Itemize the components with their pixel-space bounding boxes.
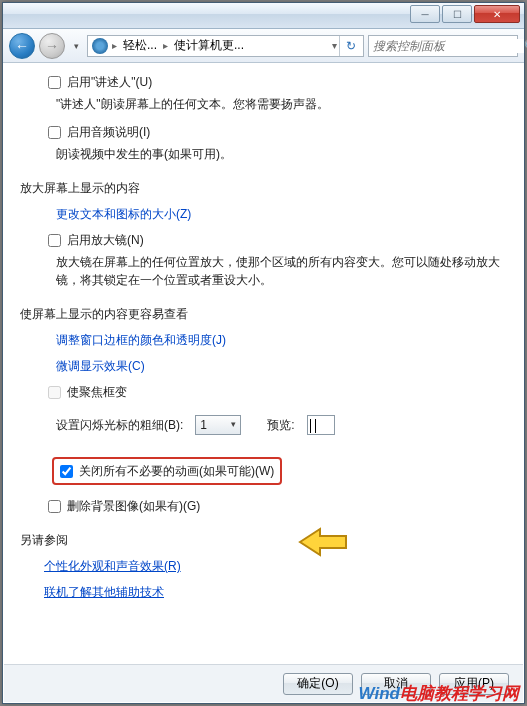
maximize-icon: ☐: [453, 9, 462, 20]
forward-button[interactable]: →: [39, 33, 65, 59]
cursor-width-value: 1: [200, 416, 207, 434]
link-display-effects[interactable]: 微调显示效果(C): [56, 357, 507, 375]
link-assistive-tech[interactable]: 联机了解其他辅助技术: [44, 583, 507, 601]
refresh-icon: ↻: [346, 39, 356, 53]
magnifier-desc: 放大镜在屏幕上的任何位置放大，使那个区域的所有内容变大。您可以随处移动放大镜，将…: [56, 253, 507, 289]
breadcrumb-arrow: ▸: [110, 40, 119, 51]
content-pane: 启用"讲述人"(U) "讲述人"朗读屏幕上的任何文本。您将需要扬声器。 启用音频…: [4, 65, 523, 663]
arrow-left-icon: ←: [15, 38, 29, 54]
minimize-button[interactable]: ─: [410, 5, 440, 23]
callout-arrow-icon: [298, 525, 348, 559]
preview-label: 预览:: [267, 416, 294, 434]
remove-bg-label: 删除背景图像(如果有)(G): [67, 497, 200, 515]
minimize-icon: ─: [421, 9, 428, 20]
narrator-row: 启用"讲述人"(U): [48, 73, 507, 91]
disable-animations-label: 关闭所有不必要的动画(如果可能)(W): [79, 462, 274, 480]
chevron-down-icon: ▾: [231, 418, 236, 432]
cursor-width-select[interactable]: 1 ▾: [195, 415, 241, 435]
watermark: Wind电脑教程学习网: [359, 682, 519, 705]
arrow-right-icon: →: [45, 38, 59, 54]
narrator-label: 启用"讲述人"(U): [67, 73, 152, 91]
search-box[interactable]: 🔍: [368, 35, 518, 57]
remove-bg-checkbox[interactable]: [48, 500, 61, 513]
audio-desc-row: 启用音频说明(I): [48, 123, 507, 141]
maximize-button[interactable]: ☐: [442, 5, 472, 23]
cursor-blink-row: 设置闪烁光标的粗细(B): 1 ▾ 预览:: [56, 415, 507, 435]
breadcrumb-drop[interactable]: ▾: [330, 40, 339, 51]
breadcrumb-seg-1[interactable]: 轻松...: [119, 37, 161, 54]
refs-heading: 另请参阅: [20, 531, 507, 549]
link-personalize[interactable]: 个性化外观和声音效果(R): [44, 557, 507, 575]
address-bar[interactable]: ▸ 轻松... ▸ 使计算机更... ▾ ↻: [87, 35, 364, 57]
close-button[interactable]: ✕: [474, 5, 520, 23]
audio-desc-checkbox[interactable]: [48, 126, 61, 139]
focus-label: 使聚焦框变: [67, 383, 127, 401]
cursor-preview: [307, 415, 335, 435]
magnifier-checkbox[interactable]: [48, 234, 61, 247]
magnifier-label: 启用放大镜(N): [67, 231, 144, 249]
close-icon: ✕: [493, 9, 501, 20]
audio-desc-label: 启用音频说明(I): [67, 123, 150, 141]
magnifier-row: 启用放大镜(N): [48, 231, 507, 249]
control-panel-icon: [92, 38, 108, 54]
titlebar: ─ ☐ ✕: [3, 3, 524, 29]
back-button[interactable]: ←: [9, 33, 35, 59]
link-border-color[interactable]: 调整窗口边框的颜色和透明度(J): [56, 331, 507, 349]
narrator-checkbox[interactable]: [48, 76, 61, 89]
cursor-blink-label: 设置闪烁光标的粗细(B):: [56, 416, 183, 434]
breadcrumb-arrow: ▸: [161, 40, 170, 51]
disable-animations-row: 关闭所有不必要的动画(如果可能)(W): [52, 457, 282, 485]
focus-checkbox: [48, 386, 61, 399]
remove-bg-row: 删除背景图像(如果有)(G): [48, 497, 507, 515]
breadcrumb-seg-2[interactable]: 使计算机更...: [170, 37, 248, 54]
disable-animations-checkbox[interactable]: [60, 465, 73, 478]
navbar: ← → ▾ ▸ 轻松... ▸ 使计算机更... ▾ ↻ 🔍: [3, 29, 524, 63]
ok-button[interactable]: 确定(O): [283, 673, 353, 695]
search-input[interactable]: [373, 39, 524, 53]
link-text-icon-size[interactable]: 更改文本和图标的大小(Z): [56, 205, 507, 223]
visibility-heading: 使屏幕上显示的内容更容易查看: [20, 305, 507, 323]
focus-row: 使聚焦框变: [48, 383, 507, 401]
chevron-down-icon: ▾: [74, 41, 79, 51]
refresh-button[interactable]: ↻: [339, 36, 361, 56]
magnify-heading: 放大屏幕上显示的内容: [20, 179, 507, 197]
audio-desc-desc: 朗读视频中发生的事(如果可用)。: [56, 145, 507, 163]
history-dropdown[interactable]: ▾: [69, 37, 83, 55]
narrator-desc: "讲述人"朗读屏幕上的任何文本。您将需要扬声器。: [56, 95, 507, 113]
